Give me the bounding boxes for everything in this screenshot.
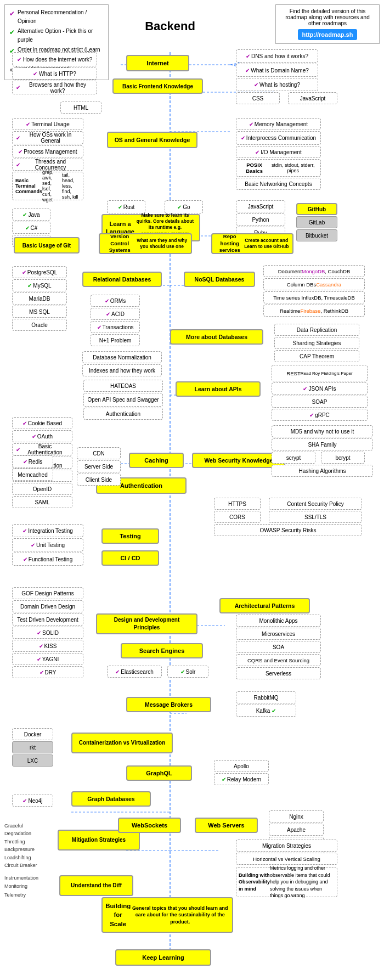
node-internet-q1: ✔How does the internet work? [12,52,97,66]
node-hashing: Hashing Algorithms [272,465,373,477]
node-js-lang: JavaScript [236,200,285,212]
url-button[interactable]: http://roadmap.sh [298,29,358,40]
node-oauth: ✔OAuth [12,430,72,442]
node-posix: POSIX Basics stdin, stdout, stderr, pipe… [236,159,321,177]
node-authentication-api: Authentication [83,408,163,420]
node-scrypt: scrypt [272,452,315,464]
node-openapi: Open API Spec and Swagger [83,393,163,407]
node-functional-testing: ✔Functional Testing [12,553,83,566]
node-caching: Caching [129,453,184,468]
node-rabbitmq: RabbitMQ [236,691,296,703]
page-container: ✔ Personal Recommendation / Opinion ✔ Al… [0,0,384,980]
node-github: GitHub [296,203,337,215]
node-cap-theorem: CAP Theorem [274,350,359,362]
legend-text-1: Personal Recommendation / Opinion [18,8,104,26]
node-dry: ✔DRY [12,666,83,678]
node-md5: MD5 and why not to use it [272,425,373,437]
node-git-basic: Basic Usage of Git [14,237,80,254]
node-kiss: ✔KISS [12,640,83,652]
node-unit-testing: ✔Unit Testing [12,538,83,551]
node-db-normalization: Database Normalization [82,351,162,363]
node-cors: CORS [214,511,261,523]
node-docker: Docker [12,728,53,740]
node-relay: ✔Relay Modern [214,773,269,785]
node-postgresql: ✔PostgreSQL [12,266,67,278]
node-json-api: ✔JSON APIs [272,382,368,395]
node-search-engines: Search Engines [121,643,203,658]
node-document-db: Document MongoDB, CouchDB [263,265,365,277]
node-os-knowledge: OS and General Knowledge [107,132,197,148]
node-terminal-usage: ✔Terminal Usage [12,118,83,130]
node-redis: ✔Redis [12,455,53,468]
node-server-side: Server Side [77,460,121,472]
node-gof: GOF Design Patterns [12,587,83,599]
node-memory-mgmt: ✔Memory Management [236,118,321,130]
legend-text-2: Alternative Option - Pick this or purple [18,27,104,44]
node-csharp: ✔C# [12,222,50,234]
node-keep-learning: Keep Learning [115,949,211,966]
node-containerization: Containerization vs Virtualization [71,733,173,753]
node-html: HTML [60,102,101,114]
node-solr: ✔Solr [167,666,208,678]
node-yagni: ✔YAGNI [12,653,83,665]
node-sha: SHA Family [272,438,373,450]
node-elasticsearch: ✔Elasticsearch [107,666,162,678]
node-ddd: Domain Driven Design [12,600,83,612]
node-hateoas: HATEOAS [83,380,163,392]
legend-item-2: ✔ Alternative Option - Pick this or purp… [9,27,104,44]
node-graph-db: Graph Databases [71,791,151,807]
node-apache: Apache [269,824,324,836]
node-soa: SOA [236,641,321,653]
node-message-brokers: Message Brokers [126,697,211,712]
node-indexes: Indexes and how they work [82,364,162,376]
node-process-mgmt: ✔Process Management [12,145,83,157]
node-rust: ✔Rust [107,200,145,213]
node-more-db: More about Databases [170,329,263,345]
node-oracle: Oracle [12,319,67,331]
node-gitlab: GitLab [296,216,337,228]
node-microservices: Microservices [236,628,321,640]
observability-list: Instrumentation Monitoring Telemetry [4,874,38,899]
node-dns: ✔DNS and how it works? [236,49,318,63]
node-internet: Internet [126,55,189,71]
node-n1-problem: N+1 Problem [91,334,140,346]
node-mariadb: MariaDB [12,292,67,305]
node-web-servers: Web Servers [195,818,258,833]
node-acid: ✔ACID [91,308,140,320]
node-ssl-tls: SSL/TLS [269,511,362,523]
info-box-text: Find the detailed version of this roadma… [285,8,369,26]
node-ipc: ✔Interprocess Communication [236,131,321,145]
node-orms: ✔ORMs [91,295,140,307]
node-terminal-commands: Basic Terminal Commands grep, awk, sed, … [12,172,83,200]
node-mysql: ✔MySQL [12,279,67,291]
info-box: Find the detailed version of this roadma… [275,4,380,44]
node-java: ✔Java [12,209,50,221]
node-hosting: ✔What is hosting? [236,78,318,91]
node-grpc: ✔gRPC [272,409,368,421]
node-networking-concepts: Basic Networking Concepts [236,178,321,190]
node-owasp: OWASP Security Risks [214,524,362,536]
node-os-general: ✔How OSs work in General [12,131,83,144]
node-mssql: MS SQL [12,306,67,318]
node-http: ✔What is HTTP? [12,67,97,80]
node-threads: ✔Threads and Concurrency [12,159,83,171]
node-testing: Testing [101,528,159,544]
node-https: HTTPS [214,498,261,510]
node-domain: ✔What is Domain Name? [236,64,318,77]
node-lxc: LXC [12,754,53,767]
node-horizontal-vertical: Horizontal vs Vertical Scaling [236,853,337,865]
node-nosql: NoSQL Databases [184,272,255,287]
node-realtime-db: Realtime Firebase, RethinkDB [263,305,365,317]
node-nginx: Nginx [269,810,324,823]
legend-item-1: ✔ Personal Recommendation / Opinion [9,8,104,26]
node-soap: SOAP [272,396,368,408]
node-tdd: Test Driven Development [12,613,83,626]
node-css: CSS [236,92,280,104]
node-graphql: GraphQL [126,765,192,781]
node-bitbucket: Bitbucket [296,229,337,241]
node-kafka: Kafka✔ [236,705,296,717]
node-observability: Building with Observability in mind Metr… [236,867,337,897]
node-repo-hosting: Repo hosting services Create account and… [211,233,293,254]
node-memcached: Memcached [12,469,53,481]
legend-icon-2: ✔ [9,27,15,38]
